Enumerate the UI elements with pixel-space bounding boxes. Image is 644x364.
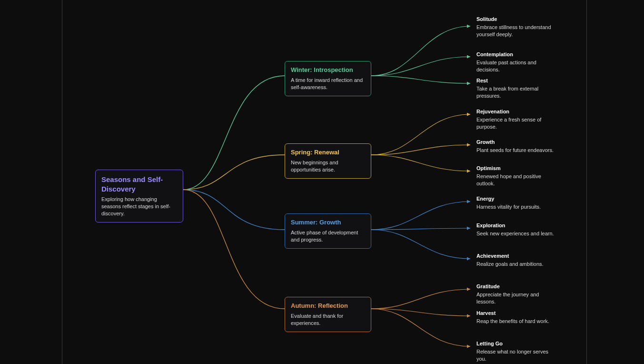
leaf-node[interactable]: Letting Go Release what no longer serves… bbox=[476, 341, 557, 363]
season-desc: Evaluate and thank for experiences. bbox=[291, 313, 365, 327]
leaf-desc: Renewed hope and positive outlook. bbox=[476, 173, 557, 187]
leaf-title: Solitude bbox=[476, 16, 557, 22]
root-desc: Exploring how changing seasons reflect s… bbox=[101, 196, 177, 217]
season-title: Winter: Introspection bbox=[291, 66, 365, 74]
season-node-spring[interactable]: Spring: Renewal New beginnings and oppor… bbox=[285, 143, 371, 179]
season-desc: Active phase of development and progress… bbox=[291, 229, 365, 243]
leaf-desc: Embrace stillness to understand yourself… bbox=[476, 24, 557, 38]
season-node-summer[interactable]: Summer: Growth Active phase of developme… bbox=[285, 213, 371, 249]
leaf-title: Gratitude bbox=[476, 283, 557, 289]
leaf-desc: Evaluate past actions and decisions. bbox=[476, 59, 557, 73]
leaf-title: Achievement bbox=[476, 253, 557, 259]
leaf-desc: Realize goals and ambitions. bbox=[476, 261, 557, 268]
leaf-desc: Release what no longer serves you. bbox=[476, 348, 557, 363]
season-node-winter[interactable]: Winter: Introspection A time for inward … bbox=[285, 61, 371, 96]
leaf-node[interactable]: Growth Plant seeds for future endeavors. bbox=[476, 139, 557, 154]
season-desc: A time for inward reflection and self-aw… bbox=[291, 77, 365, 91]
leaf-title: Growth bbox=[476, 139, 557, 145]
season-title: Spring: Renewal bbox=[291, 149, 365, 157]
leaf-node[interactable]: Gratitude Appreciate the journey and les… bbox=[476, 283, 557, 305]
leaf-node[interactable]: Optimism Renewed hope and positive outlo… bbox=[476, 165, 557, 187]
leaf-node[interactable]: Achievement Realize goals and ambitions. bbox=[476, 253, 557, 268]
mindmap-canvas[interactable]: Seasons and Self-Discovery Exploring how… bbox=[0, 0, 644, 364]
leaf-title: Rejuvenation bbox=[476, 109, 557, 114]
leaf-title: Energy bbox=[476, 196, 557, 202]
leaf-node[interactable]: Exploration Seek new experiences and lea… bbox=[476, 222, 557, 237]
leaf-desc: Take a break from external pressures. bbox=[476, 85, 557, 100]
leaf-title: Harvest bbox=[476, 310, 557, 316]
season-title: Summer: Growth bbox=[291, 219, 365, 227]
leaf-desc: Appreciate the journey and lessons. bbox=[476, 291, 557, 305]
leaf-desc: Plant seeds for future endeavors. bbox=[476, 147, 557, 154]
leaf-title: Optimism bbox=[476, 165, 557, 171]
leaf-node[interactable]: Solitude Embrace stillness to understand… bbox=[476, 16, 557, 38]
leaf-title: Rest bbox=[476, 78, 557, 83]
leaf-node[interactable]: Energy Harness vitality for pursuits. bbox=[476, 196, 557, 211]
season-node-autumn[interactable]: Autumn: Reflection Evaluate and thank fo… bbox=[285, 297, 371, 332]
leaf-title: Exploration bbox=[476, 222, 557, 228]
leaf-node[interactable]: Contemplation Evaluate past actions and … bbox=[476, 51, 557, 73]
leaf-desc: Harness vitality for pursuits. bbox=[476, 203, 557, 211]
leaf-desc: Experience a fresh sense of purpose. bbox=[476, 116, 557, 131]
leaf-title: Letting Go bbox=[476, 341, 557, 346]
leaf-node[interactable]: Rest Take a break from external pressure… bbox=[476, 78, 557, 100]
leaf-desc: Reap the benefits of hard work. bbox=[476, 318, 557, 325]
root-title: Seasons and Self-Discovery bbox=[101, 175, 177, 193]
season-title: Autumn: Reflection bbox=[291, 302, 365, 310]
leaf-desc: Seek new experiences and learn. bbox=[476, 230, 557, 237]
leaf-title: Contemplation bbox=[476, 51, 557, 57]
leaf-node[interactable]: Rejuvenation Experience a fresh sense of… bbox=[476, 109, 557, 131]
root-node[interactable]: Seasons and Self-Discovery Exploring how… bbox=[95, 170, 183, 222]
leaf-node[interactable]: Harvest Reap the benefits of hard work. bbox=[476, 310, 557, 325]
season-desc: New beginnings and opportunities arise. bbox=[291, 159, 365, 173]
